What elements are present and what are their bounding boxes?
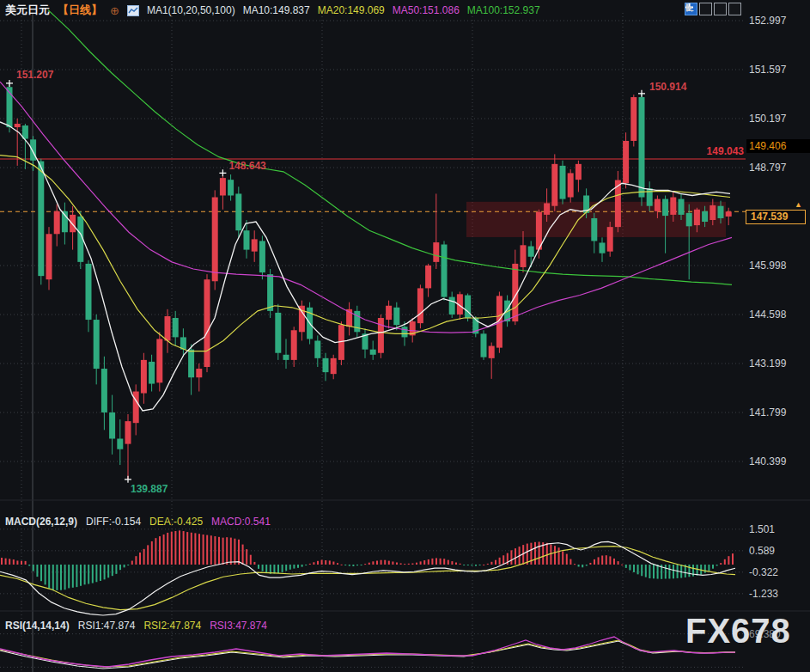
macd-title: MACD(26,12,9) (5, 516, 77, 528)
candle (275, 313, 281, 353)
candle (662, 199, 668, 217)
y-axis-tick: 151.597 (749, 64, 786, 76)
low-marker-icon (125, 476, 131, 483)
candle (655, 199, 661, 211)
ma10-value: MA10:149.837 (243, 4, 310, 16)
candle (188, 350, 194, 378)
candle (212, 198, 218, 282)
candle (560, 166, 566, 199)
candle (94, 320, 100, 369)
candle (196, 369, 202, 377)
candle (425, 266, 431, 288)
rsi2-value: RSI2:47.874 (143, 620, 201, 632)
candle (481, 333, 487, 357)
candle (38, 162, 44, 277)
candle (228, 180, 234, 195)
add-indicator-icon[interactable]: ⊕ (110, 4, 119, 17)
candle (489, 346, 495, 358)
candle (220, 178, 226, 195)
candle (521, 245, 527, 267)
candle (386, 306, 392, 320)
candle (244, 230, 250, 249)
rsi-title: RSI(14,14,14) (5, 620, 70, 632)
candle (314, 340, 320, 357)
y-axis-tick: 141.799 (749, 406, 786, 418)
current-price-box: 147.539 (746, 210, 806, 224)
candle (259, 241, 265, 272)
candle (465, 296, 471, 318)
candle (70, 215, 76, 232)
candle (442, 244, 448, 296)
macd-value: MACD:0.541 (211, 516, 271, 528)
candle (156, 339, 162, 382)
candle (117, 439, 123, 449)
candle (600, 242, 606, 253)
price-annotation: 151.207 (16, 69, 53, 81)
macd-diff-value: DIFF:-0.154 (86, 516, 141, 528)
candle (576, 164, 582, 180)
candle (165, 316, 171, 341)
candle (670, 198, 676, 215)
candle (283, 355, 289, 360)
candle (702, 211, 708, 222)
candle (101, 369, 107, 412)
candle (679, 199, 685, 215)
y-axis-tick: 150.197 (749, 113, 786, 125)
candle (686, 213, 692, 226)
ma50-value: MA50:151.086 (393, 4, 460, 16)
auto-scroll-button[interactable] (714, 3, 727, 15)
candle (354, 311, 360, 332)
candle (694, 210, 700, 225)
rsi1-value: RSI1:47.874 (78, 620, 136, 632)
macd-header: MACD(26,12,9) DIFF:-0.154 DEA:-0.425 MAC… (5, 516, 271, 528)
candle (86, 264, 92, 320)
rsi-header: RSI(14,14,14) RSI1:47.874 RSI2:47.874 RS… (5, 620, 267, 632)
candle (449, 297, 455, 315)
candle (402, 327, 408, 337)
y-axis-tick: 143.199 (749, 357, 786, 370)
rsi3-line (0, 637, 735, 667)
candle (544, 203, 550, 214)
ma20-value: MA20:149.069 (318, 4, 385, 16)
resistance-price-label: 149.043 (707, 145, 744, 157)
candle (433, 242, 439, 262)
candle (378, 318, 384, 353)
macd-diff-line (0, 541, 735, 615)
candle (46, 234, 52, 279)
y-axis-tick: -1.233 (749, 588, 778, 600)
candle (133, 392, 139, 424)
shift-right-button[interactable] (728, 3, 741, 15)
rsi3-value: RSI3:47.874 (210, 620, 267, 632)
candle (30, 139, 36, 160)
candle (267, 274, 273, 311)
high-marker-icon (638, 90, 645, 97)
candle (54, 211, 60, 234)
alert-price-marker: 149.406 (746, 139, 810, 153)
axis-scale-button[interactable] (699, 3, 712, 15)
macd-histogram (1, 530, 734, 590)
y-axis-tick: 148.797 (749, 162, 786, 174)
candle (149, 362, 155, 384)
candle (109, 412, 115, 439)
high-marker-icon (6, 80, 13, 87)
candle (591, 218, 597, 241)
price-annotation: 148.643 (228, 160, 265, 172)
chart-header: 美元日元 【日线】 ⊕ MA1(10,20,50,100) MA10:149.8… (5, 3, 540, 18)
candle (125, 421, 131, 443)
chart-type-icon[interactable] (127, 5, 139, 16)
candle (623, 141, 629, 183)
candle (551, 164, 557, 206)
chart-toolbar (685, 3, 741, 15)
candle (528, 247, 534, 257)
macd-dea-line (0, 547, 735, 610)
candle (204, 279, 210, 367)
price-up-arrow-icon: ▲ (795, 200, 802, 209)
y-axis-tick: 140.399 (749, 455, 786, 467)
candle (141, 360, 147, 394)
ma10-line (0, 122, 730, 411)
candle (568, 173, 574, 197)
chart-canvas[interactable] (0, 0, 810, 672)
candle (338, 325, 344, 360)
timeframe-label[interactable]: 【日线】 (58, 3, 102, 18)
candle (323, 358, 329, 372)
